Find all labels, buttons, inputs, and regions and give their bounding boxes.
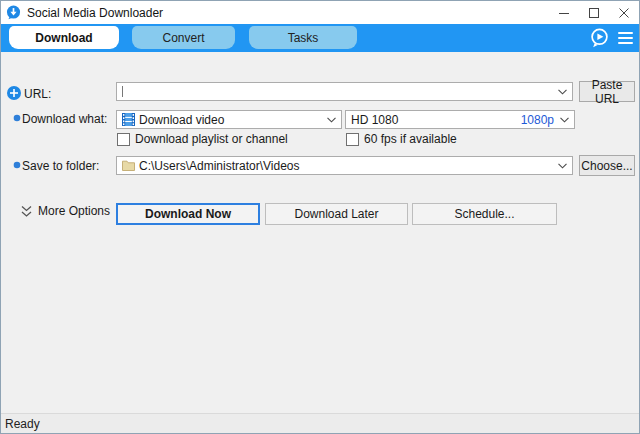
text-caret — [122, 86, 123, 97]
tab-convert[interactable]: Convert — [132, 26, 235, 49]
url-input[interactable] — [129, 84, 554, 99]
maximize-button[interactable] — [579, 1, 609, 24]
window-controls — [549, 1, 639, 24]
filmstrip-icon — [122, 113, 135, 126]
paste-url-button[interactable]: Paste URL — [579, 81, 635, 102]
bullet-icon — [13, 161, 21, 169]
maximize-icon — [589, 8, 599, 18]
save-folder-path: C:\Users\Administrator\Videos — [139, 159, 554, 173]
download-what-value: Download video — [139, 113, 323, 127]
more-options-label: More Options — [38, 204, 110, 218]
tab-convert-label: Convert — [162, 31, 204, 45]
title-bar: Social Media Downloader — [1, 1, 639, 24]
tab-download[interactable]: Download — [9, 26, 119, 49]
download-now-button[interactable]: Download Now — [116, 203, 260, 225]
double-chevron-down-icon — [20, 205, 33, 218]
plus-circle-icon — [7, 86, 21, 100]
save-to-label: Save to folder: — [22, 159, 99, 173]
quality-name: HD 1080 — [351, 113, 517, 127]
window-title: Social Media Downloader — [27, 6, 163, 20]
checkbox-download-playlist[interactable]: Download playlist or channel — [117, 132, 288, 146]
more-options-toggle[interactable]: More Options — [20, 204, 110, 218]
close-icon — [619, 8, 629, 18]
quality-combo[interactable]: HD 1080 1080p — [345, 110, 575, 129]
tab-download-label: Download — [35, 31, 92, 45]
app-window: Social Media Downloader Download Convert… — [0, 0, 640, 434]
choose-folder-button[interactable]: Choose... — [579, 155, 635, 176]
checkbox-label: Download playlist or channel — [135, 132, 288, 146]
download-what-combo[interactable]: Download video — [116, 110, 342, 129]
app-logo-icon — [6, 5, 21, 20]
checkbox-60fps[interactable]: 60 fps if available — [346, 132, 457, 146]
quality-tag: 1080p — [521, 113, 554, 127]
bullet-icon — [13, 114, 21, 122]
download-what-label: Download what: — [22, 112, 107, 126]
chevron-down-icon — [327, 117, 336, 123]
close-button[interactable] — [609, 1, 639, 24]
chevron-down-icon — [560, 117, 569, 123]
save-folder-combo[interactable]: C:\Users\Administrator\Videos — [116, 156, 573, 175]
url-combo[interactable] — [116, 82, 573, 101]
messenger-bubble-icon[interactable] — [589, 27, 610, 49]
minimize-icon — [559, 8, 569, 18]
tab-tasks-label: Tasks — [288, 31, 319, 45]
minimize-button[interactable] — [549, 1, 579, 24]
schedule-button[interactable]: Schedule... — [412, 203, 557, 225]
tab-tasks[interactable]: Tasks — [249, 26, 357, 49]
checkbox-label: 60 fps if available — [364, 132, 457, 146]
checkbox-box[interactable] — [117, 133, 130, 146]
download-later-button[interactable]: Download Later — [265, 203, 408, 225]
status-bar: Ready — [1, 413, 639, 433]
folder-icon — [122, 160, 135, 171]
tab-strip: Download Convert Tasks — [1, 24, 639, 52]
chevron-down-icon — [558, 163, 567, 169]
status-text: Ready — [5, 417, 40, 431]
chevron-down-icon — [558, 89, 567, 95]
url-label: URL: — [24, 87, 51, 101]
checkbox-box[interactable] — [346, 133, 359, 146]
hamburger-menu-icon[interactable] — [618, 32, 633, 44]
